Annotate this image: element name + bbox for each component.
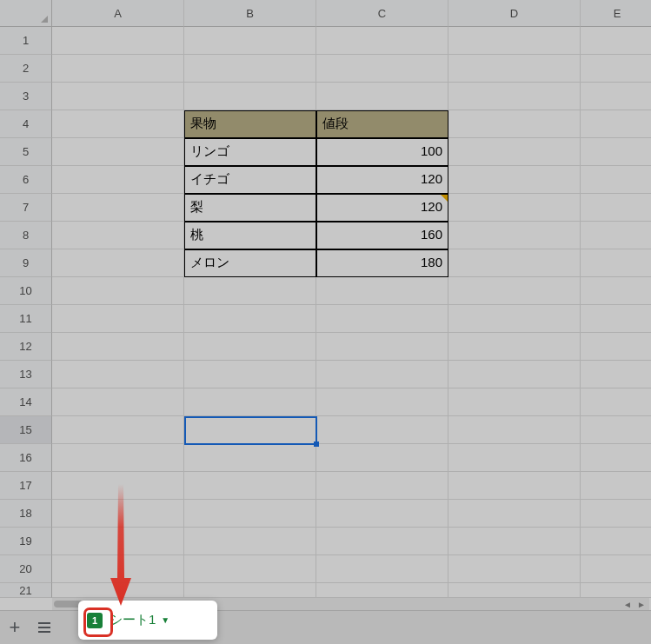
cell[interactable]	[52, 416, 184, 444]
row-header[interactable]: 3	[0, 83, 52, 110]
cell[interactable]	[52, 444, 184, 472]
cell[interactable]	[184, 444, 316, 472]
cell[interactable]	[448, 583, 581, 598]
cell[interactable]	[184, 472, 316, 500]
row-header[interactable]: 15	[0, 416, 52, 444]
row-header[interactable]: 7	[0, 194, 52, 222]
col-header-d[interactable]: D	[448, 0, 581, 27]
cell[interactable]	[316, 83, 448, 110]
cell[interactable]	[316, 388, 448, 416]
cell[interactable]	[184, 27, 316, 55]
cell[interactable]	[581, 500, 651, 528]
cell[interactable]	[581, 305, 651, 333]
cell-c7[interactable]: 120	[316, 194, 448, 222]
cell-b7[interactable]: 梨	[184, 194, 316, 222]
cell[interactable]	[448, 388, 581, 416]
cell[interactable]	[52, 222, 184, 249]
row-header[interactable]: 1	[0, 27, 52, 55]
row-header[interactable]: 2	[0, 55, 52, 83]
cell[interactable]	[448, 166, 581, 194]
row-header[interactable]: 16	[0, 444, 52, 472]
cell[interactable]	[448, 249, 581, 277]
cell[interactable]	[448, 555, 581, 583]
col-header-e[interactable]: E	[581, 0, 651, 27]
cell[interactable]	[184, 388, 316, 416]
cell[interactable]	[52, 388, 184, 416]
cell-c9[interactable]: 180	[316, 249, 448, 277]
sheet-tab[interactable]: 1 シート1 ▼	[78, 601, 185, 640]
cell[interactable]	[52, 305, 184, 333]
cell[interactable]	[52, 277, 184, 305]
cell[interactable]	[448, 138, 581, 166]
row-header[interactable]: 10	[0, 277, 52, 305]
cell[interactable]	[448, 110, 581, 138]
cell[interactable]	[581, 555, 651, 583]
add-sheet-button[interactable]	[0, 611, 30, 645]
cell[interactable]	[448, 333, 581, 361]
cell-b4[interactable]: 果物	[184, 110, 316, 138]
cell[interactable]	[52, 528, 184, 555]
cell[interactable]	[448, 416, 581, 444]
cell[interactable]	[184, 55, 316, 83]
cell[interactable]	[184, 333, 316, 361]
cell[interactable]	[52, 55, 184, 83]
cell[interactable]	[316, 472, 448, 500]
cell[interactable]	[448, 194, 581, 222]
cell[interactable]	[448, 277, 581, 305]
row-header[interactable]: 12	[0, 333, 52, 361]
cell[interactable]	[184, 500, 316, 528]
cell[interactable]	[581, 528, 651, 555]
cell[interactable]	[448, 222, 581, 249]
cell[interactable]	[316, 583, 448, 598]
cell[interactable]	[316, 555, 448, 583]
cell[interactable]	[52, 500, 184, 528]
row-header[interactable]: 19	[0, 528, 52, 555]
cell[interactable]	[316, 27, 448, 55]
cell[interactable]	[448, 55, 581, 83]
cell[interactable]	[316, 55, 448, 83]
cell[interactable]	[448, 27, 581, 55]
row-header[interactable]: 18	[0, 500, 52, 528]
cell[interactable]	[184, 416, 316, 444]
cell[interactable]	[184, 361, 316, 388]
cell[interactable]	[316, 500, 448, 528]
cell[interactable]	[581, 55, 651, 83]
cell[interactable]	[581, 194, 651, 222]
cell[interactable]	[581, 416, 651, 444]
cell[interactable]	[448, 361, 581, 388]
col-header-c[interactable]: C	[316, 0, 448, 27]
cell[interactable]	[448, 472, 581, 500]
cell[interactable]	[581, 388, 651, 416]
cell[interactable]	[184, 583, 316, 598]
cell[interactable]	[52, 333, 184, 361]
cell[interactable]	[316, 333, 448, 361]
cell[interactable]	[52, 583, 184, 598]
cell[interactable]	[581, 361, 651, 388]
cell[interactable]	[581, 222, 651, 249]
col-header-a[interactable]: A	[52, 0, 184, 27]
cell[interactable]	[581, 277, 651, 305]
cell[interactable]	[316, 361, 448, 388]
cell[interactable]	[581, 166, 651, 194]
cell[interactable]	[52, 27, 184, 55]
row-header[interactable]: 8	[0, 222, 52, 249]
cell[interactable]	[448, 444, 581, 472]
cell-c5[interactable]: 100	[316, 138, 448, 166]
cell-b9[interactable]: メロン	[184, 249, 316, 277]
cell-c4[interactable]: 値段	[316, 110, 448, 138]
col-header-b[interactable]: B	[184, 0, 316, 27]
cell[interactable]	[581, 444, 651, 472]
scroll-right-icon[interactable]: ►	[635, 600, 648, 608]
cell[interactable]	[184, 555, 316, 583]
row-header[interactable]: 4	[0, 110, 52, 138]
cell[interactable]	[581, 583, 651, 598]
row-header[interactable]: 6	[0, 166, 52, 194]
row-header[interactable]: 9	[0, 249, 52, 277]
cell-b5[interactable]: リンゴ	[184, 138, 316, 166]
cell[interactable]	[581, 27, 651, 55]
cell[interactable]	[52, 138, 184, 166]
cell[interactable]	[184, 528, 316, 555]
cell[interactable]	[316, 416, 448, 444]
cell-b6[interactable]: イチゴ	[184, 166, 316, 194]
cell[interactable]	[184, 305, 316, 333]
